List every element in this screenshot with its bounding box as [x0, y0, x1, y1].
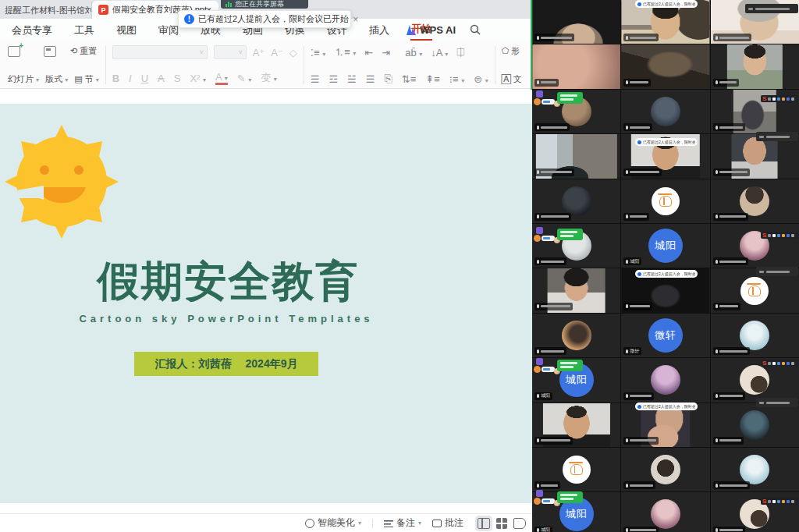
increase-font-icon[interactable]: A⁺ [253, 47, 265, 59]
info-icon [637, 405, 641, 409]
participant-tile[interactable] [532, 268, 620, 312]
justify-icon[interactable]: ☰ [366, 73, 375, 85]
comments-icon [432, 520, 442, 527]
clear-format-icon[interactable]: ◇ [289, 47, 297, 59]
participant-tile[interactable] [711, 403, 799, 447]
font-color-button[interactable]: A ▾ [215, 71, 228, 85]
participant-tile[interactable] [532, 179, 620, 223]
layout-icon[interactable] [44, 46, 56, 57]
strikethrough-button[interactable]: A [158, 73, 165, 84]
notification-close-icon[interactable]: × [353, 14, 358, 25]
text-fit-icon[interactable]: ⊜ ▾ [474, 73, 488, 85]
mic-icon [626, 528, 628, 532]
phonetic-button[interactable]: ab̄ ▾ [405, 47, 422, 59]
text-effect-button[interactable]: 变 ▾ [261, 71, 277, 85]
convert-smartart-icon[interactable]: ⎅ [456, 46, 464, 59]
participant-tile[interactable] [711, 314, 799, 357]
participant-avatar [651, 365, 680, 395]
insert-group: ⬠ 形 🄰 文 [497, 44, 527, 87]
participant-name-label [713, 481, 750, 489]
view-switcher [478, 518, 526, 529]
mic-icon [626, 349, 628, 353]
list-level-icon[interactable]: ⁝≡ ▾ [449, 73, 464, 85]
participant-tile[interactable] [621, 44, 709, 88]
participant-tile[interactable] [532, 403, 620, 447]
participant-tile[interactable] [711, 224, 799, 268]
participant-name-label [534, 79, 559, 87]
participant-tile[interactable] [532, 314, 620, 357]
participant-tile[interactable] [532, 448, 620, 491]
sun-illustration [3, 123, 120, 240]
smart-beautify-button[interactable]: 智能美化▾ [305, 516, 361, 530]
section-button[interactable]: ▤ 节 ▾ [74, 73, 99, 85]
reset-button[interactable]: ⟲ 重置 [70, 45, 97, 57]
textbox-button[interactable]: 🄰 文 [502, 73, 522, 85]
slide-subtitle[interactable]: Cartoon sky PowerPoint Templates [43, 313, 410, 325]
paragraph-spacing-icon[interactable]: ⇞≡ [425, 73, 439, 85]
font-name-combo[interactable]: ˅ [112, 45, 208, 59]
participant-name-label [713, 527, 745, 532]
screenshot-toolbar-overlay: S [761, 498, 798, 505]
notes-button[interactable]: 备注▾ [384, 516, 421, 530]
mini-notification-toast: 已有超过2人提前入会，限时会议已开始 [635, 0, 698, 8]
comments-button[interactable]: 批注 [432, 516, 463, 530]
screenshot-toolbar-overlay: S [761, 95, 798, 102]
participant-tile[interactable] [711, 448, 799, 491]
participant-tile[interactable]: 城阳城阳 [621, 224, 709, 268]
shadow-button[interactable]: S [174, 73, 181, 84]
numbered-list-button[interactable]: ⒈≡ ▾ [334, 45, 356, 59]
superscript-button[interactable]: X² ▾ [190, 73, 206, 84]
slide-sorter-view-button[interactable] [496, 518, 507, 529]
increase-indent-icon[interactable]: ⇥ [382, 47, 390, 59]
align-center-icon[interactable]: ☲ [328, 73, 338, 85]
menu-item-7[interactable]: 视图 [115, 20, 137, 41]
slide-footer-bar[interactable]: 汇报人：刘茜蓓 2024年9月 [134, 352, 318, 376]
align-right-icon[interactable]: ☱ [347, 73, 357, 85]
new-slide-icon[interactable] [8, 46, 20, 57]
tool-icon [768, 234, 771, 237]
sharing-status-badge[interactable]: 您正在共享屏幕 [221, 0, 308, 9]
document-tab-background[interactable]: 提醒工作材料-图书馆刘 [0, 2, 92, 19]
participant-tile[interactable] [621, 90, 709, 133]
menu-item-6[interactable]: 审阅 [158, 20, 179, 41]
participant-tile[interactable] [621, 179, 709, 223]
distribute-icon[interactable]: ⎘ [384, 73, 392, 85]
participant-tile[interactable] [532, 134, 620, 178]
decrease-indent-icon[interactable]: ⇤ [364, 47, 373, 59]
text-direction-button[interactable]: ↓A ▾ [431, 47, 448, 59]
line-spacing-icon[interactable]: ⇅≡ [402, 73, 416, 85]
menu-item-8[interactable]: 工具 [73, 20, 95, 41]
participant-tile[interactable] [711, 179, 799, 223]
align-left-icon[interactable]: ☰ [311, 73, 320, 85]
bullet-list-button[interactable]: ⁚≡ ▾ [311, 47, 325, 59]
bold-button[interactable]: B [112, 73, 119, 84]
wps-ai-button[interactable]: WPS AI [406, 24, 456, 36]
tool-icon [791, 362, 794, 365]
participant-tile[interactable] [711, 44, 799, 88]
menu-item-9[interactable]: 会员专享 [11, 20, 53, 41]
slide-title[interactable]: 假期安全教育 [47, 254, 410, 310]
shapes-button[interactable]: ⬠ 形 [502, 45, 520, 57]
participant-tile[interactable] [532, 44, 620, 88]
participant-avatar [562, 321, 591, 350]
layout-button[interactable]: 版式 ▾ [45, 73, 68, 85]
search-icon[interactable] [470, 24, 481, 35]
italic-button[interactable]: I [129, 73, 132, 84]
decrease-font-icon[interactable]: A⁻ [271, 47, 283, 59]
menu-item-1[interactable]: 插入 [368, 20, 390, 41]
participant-tile[interactable] [621, 358, 709, 402]
underline-button[interactable]: U [141, 73, 148, 84]
highlight-button[interactable]: ✎ ▾ [237, 73, 252, 84]
font-size-combo[interactable]: ˅ [214, 45, 247, 59]
normal-view-button[interactable] [478, 518, 490, 529]
participant-tile[interactable]: 微轩微轩 [621, 314, 709, 357]
reaction-pill [542, 498, 555, 504]
participant-tile[interactable] [532, 0, 620, 44]
participant-tile[interactable] [621, 492, 709, 532]
slide-canvas[interactable]: 假期安全教育 Cartoon sky PowerPoint Templates … [0, 89, 532, 513]
participant-tile[interactable] [621, 448, 709, 491]
new-slide-button[interactable]: 幻灯片 ▾ [8, 73, 39, 85]
participant-name-avatar: 微轩 [648, 318, 683, 353]
slide[interactable]: 假期安全教育 Cartoon sky PowerPoint Templates … [0, 104, 532, 503]
reading-view-button[interactable] [513, 518, 526, 529]
